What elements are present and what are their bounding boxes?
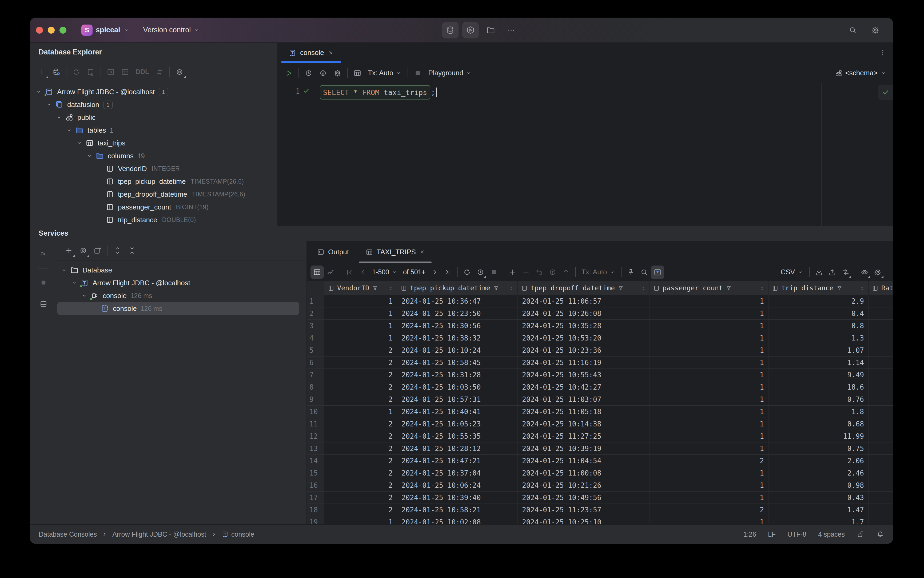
- cell[interactable]: 2024-01-25 10:47:21: [397, 455, 518, 467]
- cell[interactable]: 2024-01-25 10:25:10: [518, 516, 650, 524]
- notifications-bell-icon[interactable]: [876, 530, 884, 538]
- lock-open-icon[interactable]: [856, 530, 864, 538]
- table-row[interactable]: 1522024-01-25 10:37:042024-01-25 11:00:0…: [307, 467, 893, 479]
- add-service-button[interactable]: [62, 244, 76, 258]
- cell[interactable]: 2: [324, 393, 397, 405]
- tree-item-tables[interactable]: tables1: [30, 124, 277, 136]
- sort-icon[interactable]: [388, 285, 394, 291]
- cell[interactable]: 9.49: [768, 369, 869, 381]
- compare-button[interactable]: [839, 266, 852, 279]
- cell[interactable]: 2024-01-25 11:00:08: [518, 467, 650, 479]
- line-separator[interactable]: LF: [768, 531, 776, 538]
- import-upload-button[interactable]: [825, 266, 839, 279]
- table-row[interactable]: 722024-01-25 10:31:282024-01-25 10:55:43…: [307, 369, 893, 381]
- tab-console[interactable]: console: [281, 43, 340, 63]
- cell[interactable]: 1: [324, 320, 397, 332]
- indent-style[interactable]: 4 spaces: [818, 531, 845, 538]
- project-menu[interactable]: S spiceai: [81, 24, 130, 36]
- tree-item-passenger-count[interactable]: passenger_countBIGINT(19): [30, 201, 277, 213]
- chevron-down-icon[interactable]: [45, 101, 52, 108]
- cell[interactable]: 0.68: [768, 418, 869, 430]
- cell[interactable]: 1: [324, 307, 397, 320]
- cell[interactable]: 1: [650, 467, 768, 479]
- table-row[interactable]: 822024-01-25 10:03:502024-01-25 10:42:27…: [307, 381, 893, 393]
- sql-line[interactable]: SELECT * FROM taxi_trips;: [320, 85, 437, 100]
- cell[interactable]: 2024-01-25 11:23:57: [518, 504, 650, 516]
- open-query-console-button[interactable]: [104, 65, 118, 79]
- cell[interactable]: [869, 406, 893, 417]
- filter-funnel-icon[interactable]: [372, 285, 378, 291]
- rollback-button[interactable]: [546, 266, 559, 279]
- view-settings-button[interactable]: [858, 266, 871, 279]
- tab-output[interactable]: Output: [311, 241, 355, 263]
- cell[interactable]: 1: [650, 332, 768, 344]
- cell[interactable]: 2024-01-25 10:38:32: [397, 332, 518, 344]
- table-row[interactable]: 312024-01-25 10:30:562024-01-25 10:35:28…: [307, 320, 893, 332]
- add-row-button[interactable]: [506, 266, 519, 279]
- cell[interactable]: [869, 332, 893, 344]
- filter-funnel-icon[interactable]: [618, 285, 624, 291]
- datasource-properties-button[interactable]: [49, 65, 63, 79]
- table-row[interactable]: 1222024-01-25 10:55:352024-01-25 11:27:2…: [307, 430, 893, 442]
- open-in-new-tab-button[interactable]: [91, 244, 105, 258]
- cell[interactable]: 2024-01-25 10:39:19: [518, 442, 650, 455]
- cell[interactable]: 1: [650, 430, 768, 442]
- table-row[interactable]: 1912024-01-25 10:02:082024-01-25 10:25:1…: [307, 516, 893, 524]
- table-row[interactable]: 922024-01-25 10:57:312024-01-25 11:03:07…: [307, 393, 893, 406]
- cell[interactable]: 2024-01-25 10:31:28: [397, 369, 518, 381]
- find-in-grid-button[interactable]: [637, 266, 651, 279]
- stop-stripe-button[interactable]: [36, 275, 51, 290]
- cell[interactable]: 2024-01-25 10:55:43: [518, 369, 650, 381]
- tree-item-arrow-flight-jdbc-localhost[interactable]: Arrow Flight JDBC - @localhost: [57, 276, 306, 289]
- cell[interactable]: 2: [324, 430, 397, 442]
- cell[interactable]: 1: [650, 320, 768, 332]
- database-tool-button[interactable]: [442, 22, 459, 39]
- tree-item-columns[interactable]: columns19: [30, 149, 277, 162]
- breadcrumb-item[interactable]: Arrow Flight JDBC - @localhost: [112, 531, 206, 538]
- cell[interactable]: [869, 381, 893, 393]
- expand-all-button[interactable]: [110, 244, 125, 258]
- stop-query-button[interactable]: [487, 266, 501, 279]
- cell[interactable]: 2.06: [768, 455, 869, 467]
- cell[interactable]: 1: [650, 295, 768, 307]
- cell[interactable]: 2: [324, 357, 397, 369]
- previous-page-button[interactable]: [356, 266, 370, 279]
- filter-panel-button[interactable]: [651, 266, 664, 279]
- grid-view-button[interactable]: [311, 266, 324, 279]
- cell[interactable]: 2024-01-25 10:37:04: [397, 467, 518, 479]
- filter-funnel-icon[interactable]: [836, 285, 843, 291]
- cell[interactable]: 2024-01-25 10:49:56: [518, 492, 650, 503]
- cell[interactable]: 0.76: [768, 393, 869, 405]
- cell[interactable]: 2: [324, 455, 397, 467]
- tree-item-tpep-dropoff-datetime[interactable]: tpep_dropoff_datetimeTIMESTAMP(26,6): [30, 188, 277, 201]
- cell[interactable]: 2024-01-25 10:23:50: [397, 307, 518, 320]
- cell[interactable]: 1.47: [768, 504, 869, 516]
- cell[interactable]: 0.4: [768, 307, 869, 320]
- table-row[interactable]: 1622024-01-25 10:06:242024-01-25 10:21:2…: [307, 479, 893, 492]
- chevron-down-icon[interactable]: [71, 279, 78, 286]
- cell[interactable]: 0.75: [768, 442, 869, 455]
- table-row[interactable]: 522024-01-25 10:10:242024-01-25 10:23:36…: [307, 344, 893, 357]
- cell[interactable]: [869, 504, 893, 516]
- tree-item-console[interactable]: console126 ms: [57, 289, 306, 302]
- chevron-down-icon[interactable]: [66, 127, 73, 134]
- cell[interactable]: 1: [650, 393, 768, 405]
- add-datasource-button[interactable]: [35, 65, 49, 79]
- sort-icon[interactable]: [640, 285, 646, 291]
- column-header-tpep_dropoff_datetime[interactable]: tpep_dropoff_datetime: [518, 281, 650, 295]
- cell[interactable]: 2024-01-25 10:02:08: [397, 516, 518, 524]
- sort-icon[interactable]: [508, 285, 514, 291]
- tab-taxi-trips[interactable]: TAXI_TRIPS: [359, 241, 431, 263]
- ide-settings-button[interactable]: [867, 22, 883, 39]
- cell[interactable]: 1.3: [768, 332, 869, 344]
- view-options-button[interactable]: [172, 65, 187, 79]
- cell[interactable]: 1: [650, 492, 768, 503]
- cell[interactable]: 2: [324, 467, 397, 479]
- editor-options-kebab[interactable]: [876, 46, 889, 59]
- sort-icon[interactable]: [759, 285, 765, 291]
- pin-tab-button[interactable]: [624, 266, 637, 279]
- table-row[interactable]: 212024-01-25 10:23:502024-01-25 10:26:08…: [307, 307, 893, 320]
- last-page-button[interactable]: [441, 266, 455, 279]
- export-format-select[interactable]: CSV: [778, 268, 807, 276]
- cell[interactable]: 0.98: [768, 479, 869, 491]
